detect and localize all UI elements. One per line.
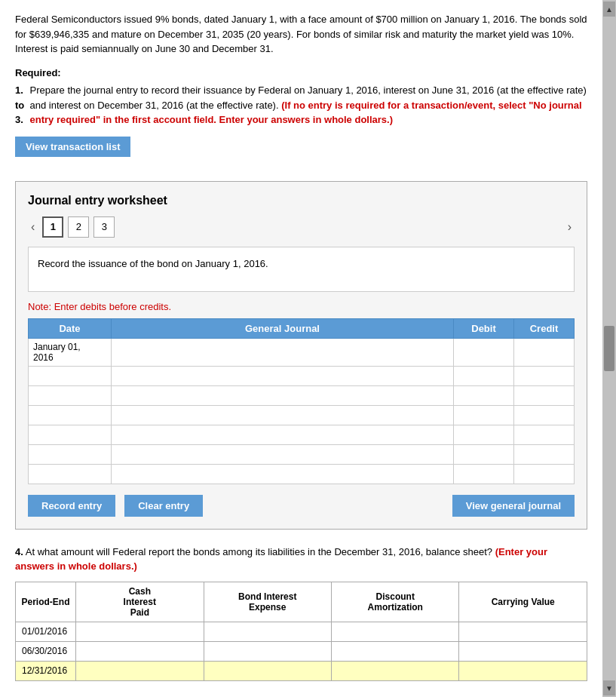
- scrollbar[interactable]: ▲ ▼: [602, 0, 616, 697]
- amort-cash-3[interactable]: [76, 661, 204, 680]
- table-row: [29, 405, 575, 425]
- journal-cell-3[interactable]: [112, 385, 454, 405]
- debit-cell-3[interactable]: [454, 385, 514, 405]
- amort-bond-input-2[interactable]: [209, 646, 326, 656]
- amort-discount-input-1[interactable]: [336, 626, 454, 637]
- amort-discount-1[interactable]: [332, 622, 459, 641]
- amort-bond-2[interactable]: [204, 641, 331, 661]
- required-label: Required:: [15, 66, 587, 81]
- journal-input-4[interactable]: [112, 406, 453, 425]
- credit-cell-2[interactable]: [514, 366, 575, 385]
- amort-cash-input-2[interactable]: [81, 646, 198, 656]
- credit-input-2[interactable]: [514, 367, 574, 385]
- journal-input-6[interactable]: [112, 445, 453, 464]
- amort-discount-input-2[interactable]: [336, 646, 454, 656]
- amort-cash-2[interactable]: [76, 641, 204, 661]
- credit-input-1[interactable]: [514, 339, 574, 366]
- table-row: [29, 464, 575, 484]
- journal-input-7[interactable]: [112, 465, 453, 484]
- table-row: [29, 444, 575, 464]
- amort-discount-2[interactable]: [332, 641, 459, 661]
- debit-cell-1[interactable]: [454, 338, 514, 366]
- amort-carrying-3[interactable]: [459, 661, 587, 680]
- amort-row-3: 12/31/2016: [16, 661, 587, 680]
- amort-carrying-2[interactable]: [459, 641, 587, 661]
- amort-cash-input-3[interactable]: [81, 665, 198, 676]
- journal-cell-7[interactable]: [112, 464, 454, 484]
- scroll-thumb[interactable]: [604, 326, 614, 371]
- amort-bond-3[interactable]: [204, 661, 331, 680]
- journal-cell-1[interactable]: [112, 338, 454, 366]
- debit-cell-6[interactable]: [454, 444, 514, 464]
- debit-input-5[interactable]: [454, 425, 513, 444]
- amort-bond-input-3[interactable]: [209, 665, 326, 676]
- amort-header-bond-interest: Bond InterestExpense: [204, 582, 331, 622]
- credit-cell-5[interactable]: [514, 425, 575, 444]
- date-cell-3: [29, 385, 112, 405]
- amort-discount-3[interactable]: [332, 661, 459, 680]
- credit-cell-4[interactable]: [514, 405, 575, 425]
- debit-cell-4[interactable]: [454, 405, 514, 425]
- page-3[interactable]: 3: [93, 216, 115, 238]
- debit-cell-2[interactable]: [454, 366, 514, 385]
- journal-cell-4[interactable]: [112, 405, 454, 425]
- worksheet-title: Journal entry worksheet: [28, 194, 575, 207]
- journal-input-2[interactable]: [112, 367, 453, 385]
- amort-bond-input-1[interactable]: [209, 626, 326, 637]
- date-cell-2: [29, 366, 112, 385]
- amort-period-3: 12/31/2016: [16, 661, 76, 680]
- credit-input-5[interactable]: [514, 425, 574, 444]
- scroll-up-arrow[interactable]: ▲: [603, 2, 615, 17]
- amort-carrying-input-2[interactable]: [464, 646, 582, 656]
- journal-input-3[interactable]: [112, 386, 453, 405]
- header-debit: Debit: [454, 318, 514, 338]
- journal-cell-5[interactable]: [112, 425, 454, 444]
- view-general-journal-button[interactable]: View general journal: [452, 495, 575, 517]
- page-2[interactable]: 2: [68, 216, 89, 238]
- credit-input-6[interactable]: [514, 445, 574, 464]
- debit-input-7[interactable]: [454, 465, 513, 484]
- prev-page-arrow[interactable]: ‹: [28, 219, 38, 235]
- journal-cell-6[interactable]: [112, 444, 454, 464]
- amort-carrying-1[interactable]: [459, 622, 587, 641]
- debit-input-2[interactable]: [454, 367, 513, 385]
- journal-input-5[interactable]: [112, 425, 453, 444]
- credit-cell-6[interactable]: [514, 444, 575, 464]
- next-page-arrow[interactable]: ›: [565, 219, 575, 235]
- amort-cash-1[interactable]: [76, 622, 204, 641]
- scroll-down-arrow[interactable]: ▼: [603, 680, 615, 695]
- amort-carrying-input-3[interactable]: [464, 665, 582, 676]
- debit-input-3[interactable]: [454, 386, 513, 405]
- journal-worksheet: Journal entry worksheet ‹ 1 2 3 › Record…: [15, 181, 587, 530]
- journal-cell-2[interactable]: [112, 366, 454, 385]
- amort-discount-input-3[interactable]: [336, 665, 454, 676]
- note-text: Note: Enter debits before credits.: [28, 301, 575, 312]
- journal-input-1[interactable]: [112, 339, 453, 366]
- record-entry-button[interactable]: Record entry: [28, 495, 115, 517]
- credit-input-3[interactable]: [514, 386, 574, 405]
- credit-cell-7[interactable]: [514, 464, 575, 484]
- credit-input-4[interactable]: [514, 406, 574, 425]
- view-transaction-button[interactable]: View transaction list: [15, 137, 130, 157]
- page-1[interactable]: 1: [42, 216, 63, 238]
- amort-row-1: 01/01/2016: [16, 622, 587, 641]
- debit-input-1[interactable]: [454, 339, 513, 366]
- debit-input-6[interactable]: [454, 445, 513, 464]
- date-cell-7: [29, 464, 112, 484]
- debit-cell-5[interactable]: [454, 425, 514, 444]
- header-credit: Credit: [514, 318, 575, 338]
- amort-bond-1[interactable]: [204, 622, 331, 641]
- table-row: January 01, 2016: [29, 338, 575, 366]
- credit-input-7[interactable]: [514, 465, 574, 484]
- debit-cell-7[interactable]: [454, 464, 514, 484]
- debit-input-4[interactable]: [454, 406, 513, 425]
- credit-cell-3[interactable]: [514, 385, 575, 405]
- amort-carrying-input-1[interactable]: [464, 626, 582, 637]
- date-cell-4: [29, 405, 112, 425]
- amort-cash-input-1[interactable]: [81, 626, 198, 637]
- instruction-box-text: Record the issuance of the bond on Janua…: [38, 258, 268, 269]
- credit-cell-1[interactable]: [514, 338, 575, 366]
- clear-entry-button[interactable]: Clear entry: [124, 495, 203, 517]
- item-number: 1. to 3.: [15, 83, 27, 127]
- header-general-journal: General Journal: [112, 318, 454, 338]
